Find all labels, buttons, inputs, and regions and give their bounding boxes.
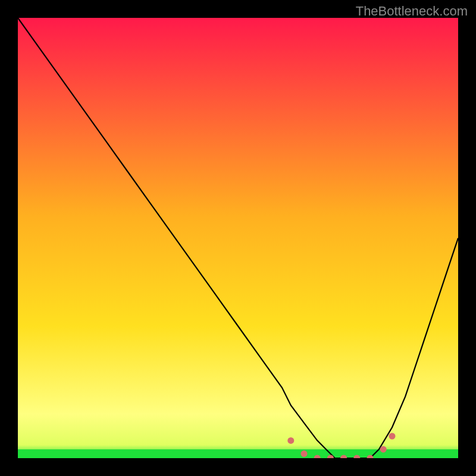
gradient-background [18, 18, 458, 458]
curve-dot [287, 437, 294, 444]
green-band [18, 449, 458, 458]
bottleneck-chart [18, 18, 458, 458]
curve-dot [301, 450, 308, 457]
watermark-text: TheBottleneck.com [356, 4, 468, 19]
curve-dot [389, 433, 396, 440]
curve-dot [380, 446, 387, 453]
chart-frame [18, 18, 458, 458]
